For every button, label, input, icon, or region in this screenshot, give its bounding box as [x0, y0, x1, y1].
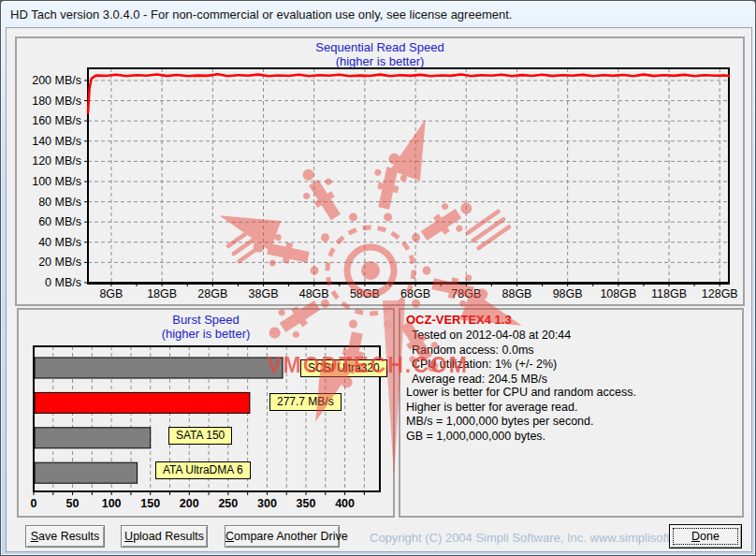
drive-name: OCZ-VERTEX4 1.3 [406, 313, 512, 327]
svg-text:140 MB/s: 140 MB/s [32, 135, 81, 148]
svg-text:28GB: 28GB [197, 287, 227, 300]
svg-text:68GB: 68GB [400, 287, 430, 300]
svg-text:300: 300 [257, 497, 277, 510]
svg-text:160 MB/s: 160 MB/s [32, 114, 81, 127]
svg-text:58GB: 58GB [350, 287, 380, 300]
bar-label-scsi-ultra320: SCSI Ultra320 [300, 359, 387, 377]
svg-text:40 MB/s: 40 MB/s [38, 236, 81, 249]
client-area: 0 MB/s20 MB/s40 MB/s60 MB/s80 MB/s100 MB… [6, 27, 752, 552]
upload-results-button[interactable]: Upload Results [121, 525, 208, 548]
test-results-block: Tested on 2012-04-08 at 20:44 Random acc… [412, 329, 571, 387]
svg-text:108GB: 108GB [600, 287, 636, 300]
svg-text:200: 200 [180, 497, 199, 510]
svg-text:18GB: 18GB [147, 287, 177, 300]
title-bar[interactable]: HD Tach version 3.0.4.0 - For non-commer… [2, 2, 754, 27]
app-window: HD Tach version 3.0.4.0 - For non-commer… [0, 0, 756, 556]
svg-text:150: 150 [140, 497, 160, 510]
cpu-utilization-line: CPU utilization: 1% (+/- 2%) [412, 358, 571, 373]
svg-text:38GB: 38GB [249, 287, 279, 300]
burst-speed-panel: 050100150200250300350400 Burst Speed (hi… [17, 308, 395, 518]
svg-text:100: 100 [102, 497, 122, 510]
svg-text:98GB: 98GB [553, 287, 583, 300]
bar-label-ata-ultradma6: ATA UltraDMA 6 [155, 461, 251, 479]
window-title: HD Tach version 3.0.4.0 - For non-commer… [10, 7, 512, 22]
bar-label-tested-drive-value: 277.7 MB/s [269, 393, 342, 411]
sequential-read-panel: 0 MB/s20 MB/s40 MB/s60 MB/s80 MB/s100 MB… [15, 37, 745, 306]
svg-text:8GB: 8GB [99, 287, 123, 300]
burst-chart-subtitle: (higher is better) [19, 328, 393, 341]
svg-text:88GB: 88GB [502, 287, 531, 300]
save-results-button[interactable]: Save Results [25, 525, 105, 548]
svg-text:48GB: 48GB [299, 287, 329, 300]
tested-on-line: Tested on 2012-04-08 at 20:44 [412, 329, 571, 344]
svg-text:400: 400 [335, 497, 355, 510]
note-line: Lower is better for CPU and random acces… [406, 386, 636, 401]
burst-chart-title: Burst Speed [19, 314, 393, 327]
svg-text:180 MB/s: 180 MB/s [32, 95, 81, 108]
note-line: MB/s = 1,000,000 bytes per second. [406, 415, 636, 430]
svg-text:78GB: 78GB [451, 287, 481, 300]
notes-block: Lower is better for CPU and random acces… [406, 386, 636, 444]
done-button[interactable]: Done [669, 524, 742, 549]
compare-another-drive-button[interactable]: Compare Another Drive [225, 525, 340, 548]
svg-text:20 MB/s: 20 MB/s [38, 256, 81, 269]
read-chart-subtitle: (higher is better) [17, 55, 743, 68]
svg-text:200 MB/s: 200 MB/s [32, 74, 81, 87]
average-read-line: Average read: 204.5 MB/s [412, 373, 571, 388]
random-access-line: Random access: 0.0ms [412, 344, 571, 358]
svg-text:50: 50 [66, 497, 80, 510]
svg-text:118GB: 118GB [651, 287, 687, 300]
svg-text:250: 250 [218, 497, 238, 510]
svg-text:0: 0 [31, 497, 37, 510]
svg-text:80 MB/s: 80 MB/s [38, 196, 81, 209]
bar-label-sata-150: SATA 150 [168, 427, 232, 445]
done-button-label: Done [673, 528, 738, 545]
note-line: GB = 1,000,000,000 bytes. [406, 430, 636, 445]
svg-text:128GB: 128GB [702, 287, 738, 300]
drive-info-panel: OCZ-VERTEX4 1.3 Tested on 2012-04-08 at … [399, 308, 744, 518]
svg-text:0 MB/s: 0 MB/s [45, 276, 81, 289]
note-line: Higher is better for average read. [406, 401, 636, 416]
svg-text:100 MB/s: 100 MB/s [32, 175, 81, 188]
burst-speed-chart: 050100150200250300350400 [19, 310, 393, 516]
read-chart-title: Sequential Read Speed [17, 41, 743, 54]
svg-text:350: 350 [297, 497, 316, 510]
svg-text:120 MB/s: 120 MB/s [32, 154, 81, 168]
sequential-read-chart: 0 MB/s20 MB/s40 MB/s60 MB/s80 MB/s100 MB… [17, 38, 743, 304]
svg-text:60 MB/s: 60 MB/s [38, 215, 81, 228]
